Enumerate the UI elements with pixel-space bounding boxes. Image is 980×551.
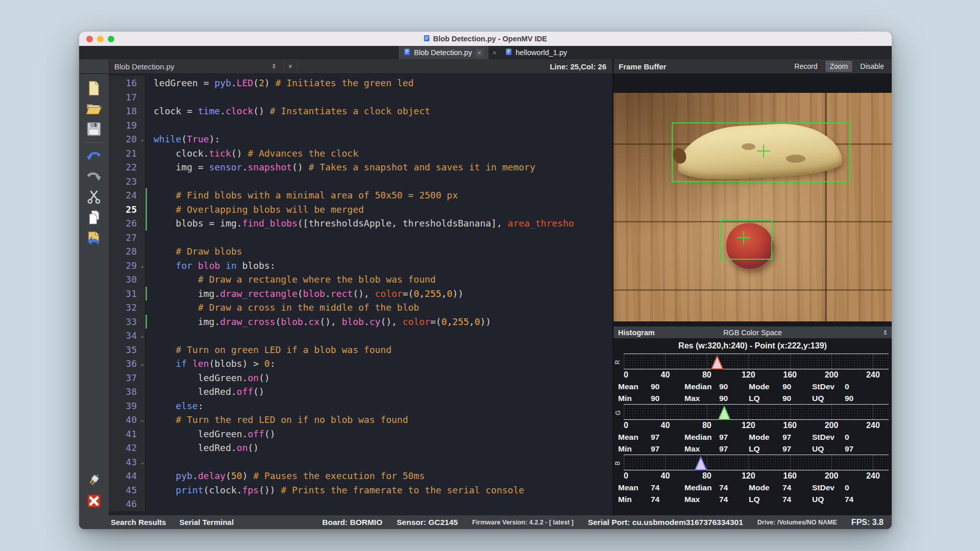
paste-icon[interactable] — [85, 229, 103, 246]
code-line-33[interactable]: 33 img.draw_cross(blob.cx(), blob.cy(), … — [109, 315, 612, 329]
code-line-18[interactable]: 18clock = time.clock() # Instantiates a … — [109, 104, 612, 118]
stat-value: 74 — [719, 495, 749, 504]
axis-tick-label: 200 — [825, 370, 839, 380]
code-line-22[interactable]: 22 img = sensor.snapshot() # Takes a sna… — [109, 160, 612, 174]
line-number: 24 — [109, 188, 145, 203]
histogram-marker-r[interactable] — [710, 355, 724, 369]
panel-header-row: Blob Detection.py ⇕ × Line: 25,Col: 26 F… — [79, 59, 892, 74]
code-line-19[interactable]: 19 — [109, 118, 612, 133]
stat-label: UQ — [812, 444, 845, 454]
code-line-35[interactable]: 35 # Turn on green LED if a blob was fou… — [109, 343, 612, 357]
save-icon[interactable] — [85, 120, 103, 138]
fold-chevron-icon[interactable]: ⌄ — [140, 132, 144, 146]
colorspace-updown-icon[interactable]: ⇕ — [883, 329, 888, 336]
line-number: 30 — [109, 272, 145, 287]
code-line-36[interactable]: 36⌄ if len(blobs) > 0: — [109, 357, 612, 371]
new-file-icon[interactable] — [85, 80, 103, 97]
code-line-23[interactable]: 23 — [109, 174, 612, 189]
cut-icon[interactable] — [85, 188, 103, 206]
file-selector-updown-icon[interactable]: ⇕ — [272, 63, 277, 70]
code-line-27[interactable]: 27 — [109, 231, 612, 245]
histogram-marker-b[interactable] — [694, 456, 707, 470]
stat-value: 90 — [845, 394, 892, 403]
histogram-strip-r[interactable]: R — [624, 354, 889, 369]
axis-tick-label: 240 — [866, 370, 880, 380]
open-folder-icon[interactable] — [85, 100, 103, 117]
code-line-45[interactable]: 45 print(clock.fps()) # Prints the frame… — [109, 483, 612, 497]
fold-chevron-icon[interactable]: ⌄ — [140, 455, 144, 469]
code-line-29[interactable]: 29⌄ for blob in blobs: — [109, 259, 612, 273]
histogram-strip-g[interactable]: G — [624, 404, 889, 420]
code-line-32[interactable]: 32 # Draw a cross in the middle of the b… — [109, 300, 612, 315]
fold-chevron-icon[interactable]: ⌄ — [140, 413, 144, 427]
stat-value: 74 — [719, 483, 749, 492]
python-file-icon — [404, 48, 410, 57]
frame-buffer-image — [614, 93, 892, 321]
histogram-strip-b[interactable]: B — [624, 455, 889, 470]
code-line-41[interactable]: 41 ledGreen.off() — [109, 427, 612, 441]
copy-icon[interactable] — [85, 209, 103, 226]
disconnect-icon[interactable] — [85, 492, 103, 510]
disable-button[interactable]: Disable — [855, 61, 889, 72]
stat-value: 90 — [719, 382, 749, 391]
line-number: 31 — [109, 287, 145, 301]
code-line-16[interactable]: 16ledGreen = pyb.LED(2) # Initiates the … — [109, 76, 612, 90]
fold-chevron-icon[interactable]: ⌄ — [140, 329, 144, 343]
stat-value: 90 — [782, 382, 812, 391]
serial-terminal-button[interactable]: Serial Terminal — [179, 518, 233, 527]
redo-icon[interactable] — [85, 168, 103, 185]
code-line-30[interactable]: 30 # Draw a rectangle where the blob was… — [109, 272, 612, 287]
resolution-point-readout: Res (w:320,h:240) - Point (x:222,y:139) — [614, 338, 892, 354]
wood-seam — [614, 289, 892, 291]
axis-tick-label: 120 — [742, 421, 755, 430]
code-line-44[interactable]: 44 pyb.delay(50) # Pauses the execution … — [109, 469, 612, 483]
tab-blob-detection-py[interactable]: Blob Detection.py× — [399, 46, 488, 59]
code-text — [147, 174, 612, 189]
code-line-31[interactable]: 31 img.draw_rectangle(blob.rect(), color… — [109, 287, 612, 301]
line-number: 35 — [109, 343, 145, 357]
tab-helloworld_1-py[interactable]: helloworld_1.py — [500, 46, 572, 59]
axis-tick-label: 80 — [702, 370, 712, 380]
search-results-button[interactable]: Search Results — [111, 518, 166, 527]
code-line-26[interactable]: 26 blobs = img.find_blobs([thresholdsApp… — [109, 216, 612, 231]
code-line-39[interactable]: 39 else: — [109, 399, 612, 413]
code-line-37[interactable]: 37 ledGreen.on() — [109, 371, 612, 385]
blob-cross-banana — [757, 144, 770, 158]
axis-tick-label: 40 — [661, 370, 670, 380]
fold-chevron-icon[interactable]: ⌄ — [140, 357, 144, 371]
histogram-channels: R04080120160200240Mean90Median90Mode90St… — [614, 354, 892, 505]
code-line-46[interactable]: 46 — [109, 497, 612, 511]
stat-label: Median — [684, 483, 719, 492]
stat-value: 90 — [651, 382, 684, 391]
undo-icon[interactable] — [85, 147, 103, 165]
code-line-21[interactable]: 21 clock.tick() # Advances the clock — [109, 146, 612, 161]
code-line-34[interactable]: 34⌄ — [109, 329, 612, 343]
serial-port-status: Serial Port: cu.usbmodem3167376334301 — [588, 518, 743, 527]
code-line-28[interactable]: 28 # Draw blobs — [109, 244, 612, 259]
code-line-42[interactable]: 42 ledRed.on() — [109, 441, 612, 455]
record-button[interactable]: Record — [790, 61, 822, 72]
histogram-axis: 04080120160200240 — [624, 369, 889, 381]
code-line-25[interactable]: 25 # Overlapping blobs will be merged — [109, 203, 612, 217]
code-line-20[interactable]: 20⌄while(True): — [109, 132, 612, 146]
histogram-marker-g[interactable] — [718, 406, 731, 420]
stat-value: 90 — [651, 394, 684, 403]
code-line-38[interactable]: 38 ledRed.off() — [109, 385, 612, 399]
tab-close-icon[interactable]: × — [488, 46, 501, 59]
stat-label: LQ — [749, 394, 782, 403]
code-line-24[interactable]: 24 # Find blobs with a minimal area of 5… — [109, 188, 612, 203]
fold-chevron-icon[interactable]: ⌄ — [140, 259, 144, 273]
tab-close-icon[interactable]: × — [476, 49, 483, 57]
close-file-button[interactable]: × — [284, 62, 297, 70]
code-line-40[interactable]: 40⌄ # Turn the red LED on if no blob was… — [109, 413, 612, 427]
connect-plug-icon[interactable] — [85, 472, 103, 489]
code-line-43[interactable]: 43⌄ — [109, 455, 612, 469]
open-file-selector[interactable]: Blob Detection.py — [114, 62, 175, 71]
zoom-button[interactable]: Zoom — [825, 61, 853, 72]
axis-tick-label: 40 — [661, 421, 670, 430]
code-line-17[interactable]: 17 — [109, 90, 612, 105]
colorspace-selector[interactable]: RGB Color Space — [614, 329, 892, 337]
code-text: ledGreen = pyb.LED(2) # Initiates the gr… — [147, 76, 612, 90]
tab-label: Blob Detection.py — [414, 48, 472, 57]
code-editor[interactable]: 16ledGreen = pyb.LED(2) # Initiates the … — [109, 74, 612, 515]
